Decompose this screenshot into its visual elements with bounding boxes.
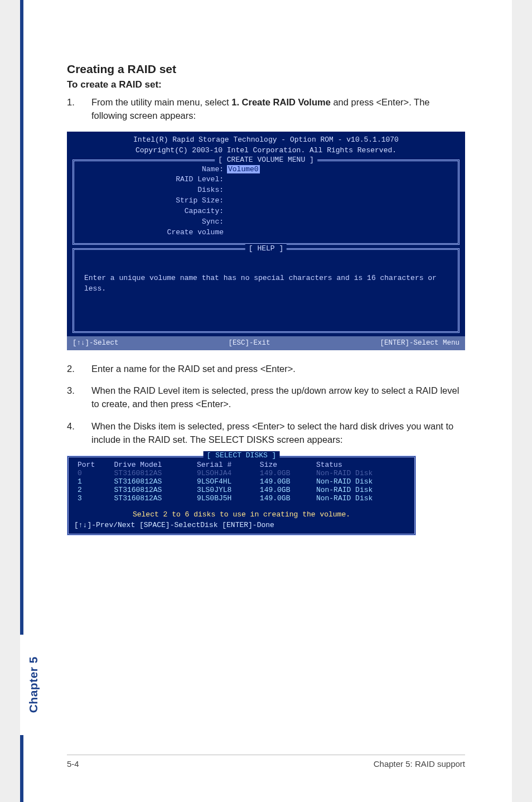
field-raid-level-label: RAID Level: [79, 175, 227, 185]
chapter-tab-label: Chapter 5 [27, 656, 40, 713]
cell-serial: 9LSOF4HL [194, 477, 257, 486]
disks-th-serial: Serial # [194, 461, 257, 469]
table-row[interactable]: 1 ST3160812AS 9LSOF4HL 149.0GB Non-RAID … [74, 477, 409, 486]
table-row[interactable]: 2 ST3160812AS 3LS0JYL8 149.0GB Non-RAID … [74, 486, 409, 494]
cell-status: Non-RAID Disk [313, 486, 409, 494]
step-1-number: 1. [67, 96, 75, 123]
cell-status: Non-RAID Disk [313, 469, 409, 477]
disks-table-header-row: Port Drive Model Serial # Size Status [74, 461, 409, 469]
bios-footer-select: [↑↓]-Select [72, 338, 119, 348]
footer-page-number: 5-4 [67, 759, 79, 769]
step-4-text: When the Disks item is selected, press <… [91, 420, 465, 447]
cell-port: 0 [74, 469, 111, 477]
disks-th-status: Status [313, 461, 409, 469]
section-subheading: To create a RAID set: [67, 79, 465, 90]
cell-model: ST3160812AS [111, 486, 194, 494]
step-4: 4. When the Disks item is selected, pres… [67, 420, 465, 447]
bios-help-body: Enter a unique volume name that has no s… [79, 253, 453, 300]
bios-footer-select-menu: [ENTER]-Select Menu [380, 338, 460, 348]
field-name-value[interactable]: Volume0 [227, 165, 260, 173]
bios-footer-bar: [↑↓]-Select [ESC]-Exit [ENTER]-Select Me… [67, 336, 465, 350]
field-strip-size-label: Strip Size: [79, 196, 227, 206]
cell-serial: 9LS0BJ5H [194, 494, 257, 503]
cell-size: 149.0GB [257, 486, 313, 494]
disks-th-size: Size [257, 461, 313, 469]
step-1-bold: 1. Create RAID Volume [231, 97, 331, 107]
cell-model: ST3160812AS [111, 469, 194, 477]
bios-footer-exit: [ESC]-Exit [228, 338, 270, 348]
cell-status: Non-RAID Disk [313, 477, 409, 486]
field-capacity-label: Capacity: [79, 206, 227, 217]
bios-create-volume-screen: Intel(R) Rapid Storage Technology - Opti… [67, 132, 465, 350]
step-1-prefix: From the utility main menu, select [91, 97, 231, 107]
disks-select-message: Select 2 to 6 disks to use in creating t… [74, 503, 409, 519]
cell-status: Non-RAID Disk [313, 494, 409, 503]
gutter-right [512, 0, 532, 802]
table-row[interactable]: 0 ST3160812AS 9LSOHJA4 149.0GB Non-RAID … [74, 469, 409, 477]
bios-help-frame-label: [ HELP ] [245, 244, 287, 254]
cell-serial: 9LSOHJA4 [194, 469, 257, 477]
cell-port: 3 [74, 494, 111, 503]
step-1: 1. From the utility main menu, select 1.… [67, 96, 465, 123]
field-sync-label: Sync: [79, 217, 227, 228]
footer-chapter-title: Chapter 5: RAID support [374, 759, 465, 769]
cell-port: 1 [74, 477, 111, 486]
disks-table: Port Drive Model Serial # Size Status 0 … [74, 461, 409, 503]
step-3: 3. When the RAID Level item is selected,… [67, 384, 465, 411]
cell-port: 2 [74, 486, 111, 494]
bios-create-frame-label: [ CREATE VOLUME MENU ] [215, 155, 317, 166]
disks-help-line: [↑↓]-Prev/Next [SPACE]-SelectDisk [ENTER… [74, 519, 409, 529]
step-3-number: 3. [67, 384, 75, 411]
footer-rule [67, 755, 465, 755]
gutter-left [0, 0, 20, 802]
table-row[interactable]: 3 ST3160812AS 9LS0BJ5H 149.0GB Non-RAID … [74, 494, 409, 503]
bios-select-disks-screen: [ SELECT DISKS ] Port Drive Model Serial… [67, 456, 416, 535]
page-footer: 5-4 Chapter 5: RAID support [67, 759, 465, 769]
bios-title-line-1: Intel(R) Rapid Storage Technology - Opti… [67, 135, 465, 146]
cell-model: ST3160812AS [111, 477, 194, 486]
bios-select-disks-label: [ SELECT DISKS ] [204, 451, 280, 460]
cell-size: 149.0GB [257, 469, 313, 477]
cell-model: ST3160812AS [111, 494, 194, 503]
section-heading: Creating a RAID set [67, 62, 465, 76]
bios-help-frame: [ HELP ] Enter a unique volume name that… [72, 248, 460, 333]
cell-serial: 3LS0JYL8 [194, 486, 257, 494]
bios-create-frame: [ CREATE VOLUME MENU ] Name:Volume0 RAID… [72, 160, 460, 245]
field-name-label: Name: [79, 165, 227, 175]
cell-size: 149.0GB [257, 477, 313, 486]
disks-th-model: Drive Model [111, 461, 194, 469]
step-2-number: 2. [67, 363, 75, 376]
step-3-text: When the RAID Level item is selected, pr… [91, 384, 465, 411]
step-4-number: 4. [67, 420, 75, 447]
step-2-text: Enter a name for the RAID set and press … [91, 363, 296, 376]
chapter-tab: Chapter 5 [20, 635, 47, 735]
field-disks-label: Disks: [79, 185, 227, 196]
field-create-volume-label: Create volume [79, 228, 227, 238]
disks-th-port: Port [74, 461, 111, 469]
cell-size: 149.0GB [257, 494, 313, 503]
step-2: 2. Enter a name for the RAID set and pre… [67, 363, 465, 376]
step-1-text: From the utility main menu, select 1. Cr… [91, 96, 465, 123]
